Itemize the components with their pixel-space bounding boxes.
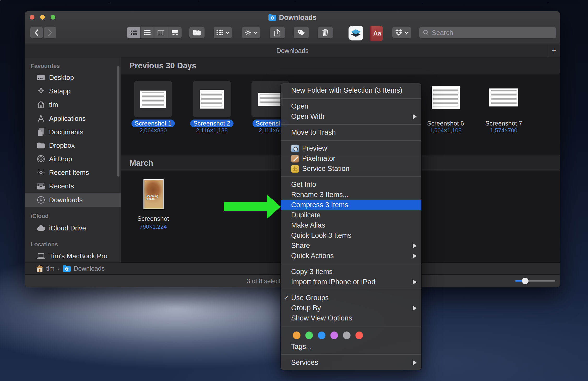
sidebar-item-applications[interactable]: Applications bbox=[25, 112, 121, 125]
column-view-button[interactable] bbox=[154, 27, 168, 38]
sidebar-item-icloud-drive[interactable]: iCloud Drive bbox=[25, 221, 121, 235]
view-switcher bbox=[127, 27, 182, 38]
menu-separator bbox=[281, 290, 421, 290]
file-dims-screenshot-1: 2,064×830 bbox=[124, 127, 182, 134]
slider-knob[interactable] bbox=[522, 278, 529, 284]
sidebar-item-recent-items[interactable]: Recent Items bbox=[25, 166, 121, 179]
sidebar-item-label: Desktop bbox=[49, 74, 74, 82]
window-title-area: Downloads bbox=[25, 13, 560, 22]
sidebar-item-downloads[interactable]: Downloads bbox=[25, 193, 121, 207]
file-dims-screenshot-7: 1,574×700 bbox=[475, 127, 532, 134]
breadcrumb-label: tim bbox=[46, 265, 55, 272]
cloud-icon bbox=[37, 224, 45, 233]
breadcrumb-home[interactable]: tim bbox=[36, 265, 55, 272]
forward-button[interactable] bbox=[44, 27, 56, 38]
file-label-screenshot-march[interactable]: Screenshot bbox=[124, 215, 182, 223]
sidebar-item-setapp[interactable]: Setapp bbox=[25, 84, 121, 98]
sidebar-item-documents[interactable]: Documents bbox=[25, 125, 121, 139]
file-screenshot-2[interactable] bbox=[193, 81, 231, 117]
menu-separator bbox=[281, 124, 421, 125]
menu-item-new-folder-with-selection[interactable]: New Folder with Selection (3 Items) bbox=[281, 85, 421, 96]
sidebar-item-airdrop[interactable]: AirDrop bbox=[25, 152, 121, 166]
menu-item-move-to-trash[interactable]: Move to Trash bbox=[281, 127, 421, 138]
sidebar-header-favourites: Favourites bbox=[31, 62, 60, 70]
menu-item-preview[interactable]: Preview bbox=[281, 143, 421, 153]
menu-item-import-from-iphone-or-ipad[interactable]: Import from iPhone or iPad bbox=[281, 277, 421, 287]
file-label-screenshot-1[interactable]: Screenshot 1 bbox=[124, 120, 182, 127]
pixelmator-app-icon bbox=[291, 155, 299, 163]
tag-red[interactable] bbox=[355, 331, 363, 339]
chevron-down-icon bbox=[226, 32, 229, 34]
sidebar-item-label: Downloads bbox=[49, 196, 83, 204]
new-tab-button[interactable]: + bbox=[548, 44, 560, 57]
book-cover-title: Becoming Human bbox=[146, 195, 161, 200]
menu-item-compress-3-items[interactable]: Compress 3 Items bbox=[281, 200, 421, 210]
back-button[interactable] bbox=[30, 27, 43, 38]
dictionary-app-icon[interactable]: Aa bbox=[370, 26, 383, 41]
sidebar-scrollbar[interactable] bbox=[117, 66, 119, 177]
menu-item-copy-3-items[interactable]: Copy 3 Items bbox=[281, 267, 421, 277]
menu-item-share[interactable]: Share bbox=[281, 241, 421, 251]
menu-item-open[interactable]: Open bbox=[281, 101, 421, 111]
recents-tray-icon bbox=[37, 182, 45, 190]
gallery-view-button[interactable] bbox=[168, 27, 182, 38]
tag-orange[interactable] bbox=[293, 331, 301, 339]
icon-size-slider[interactable] bbox=[515, 280, 555, 282]
sidebar-item-label: Documents bbox=[49, 128, 83, 136]
tab-downloads[interactable]: Downloads bbox=[276, 47, 309, 55]
file-screenshot-1[interactable] bbox=[134, 81, 172, 117]
menu-item-tags[interactable]: Tags... bbox=[281, 342, 421, 352]
action-gear-button[interactable] bbox=[242, 27, 260, 38]
annotation-arrow bbox=[224, 195, 281, 219]
trash-button[interactable] bbox=[318, 27, 333, 38]
service-station-menu-icon bbox=[291, 165, 299, 173]
share-button[interactable] bbox=[270, 27, 285, 38]
airdrop-icon bbox=[37, 154, 45, 163]
menu-item-open-with[interactable]: Open With bbox=[281, 111, 421, 122]
menu-separator bbox=[281, 98, 421, 99]
sidebar-item-recents[interactable]: Recents bbox=[25, 179, 121, 193]
file-screenshot-march[interactable]: Becoming Human bbox=[143, 179, 164, 209]
tag-purple[interactable] bbox=[330, 331, 338, 339]
search-field[interactable] bbox=[419, 27, 556, 38]
file-thumbnail: Becoming Human bbox=[144, 180, 163, 209]
menu-item-show-view-options[interactable]: Show View Options bbox=[281, 313, 421, 323]
dropbox-toolbar-button[interactable] bbox=[392, 27, 411, 38]
sidebar-item-macbook-pro[interactable]: Tim's MacBook Pro bbox=[25, 249, 121, 263]
sidebar-item-home-tim[interactable]: tim bbox=[25, 98, 121, 111]
sidebar-item-dropbox-folder[interactable]: Dropbox bbox=[25, 139, 121, 152]
menu-item-pixelmator[interactable]: Pixelmator bbox=[281, 153, 421, 164]
menu-item-quick-look-3-items[interactable]: Quick Look 3 Items bbox=[281, 230, 421, 241]
sidebar-item-label: AirDrop bbox=[49, 155, 72, 163]
file-screenshot-7[interactable] bbox=[489, 88, 518, 106]
new-folder-button[interactable] bbox=[189, 27, 205, 38]
menu-item-group-by[interactable]: Group By bbox=[281, 303, 421, 313]
menu-item-rename-3-items[interactable]: Rename 3 Items... bbox=[281, 190, 421, 200]
tag-blue[interactable] bbox=[318, 331, 326, 339]
file-label-screenshot-7[interactable]: Screenshot 7 bbox=[475, 120, 532, 127]
menu-item-duplicate[interactable]: Duplicate bbox=[281, 210, 421, 220]
tag-button[interactable] bbox=[294, 27, 309, 38]
file-label-screenshot-2[interactable]: Screenshot 2 bbox=[183, 120, 241, 127]
file-screenshot-6[interactable] bbox=[432, 86, 460, 109]
file-thumbnail bbox=[140, 91, 166, 108]
menu-item-make-alias[interactable]: Make Alias bbox=[281, 220, 421, 230]
submenu-arrow-icon bbox=[413, 306, 417, 311]
sidebar-item-desktop[interactable]: Desktop bbox=[25, 71, 121, 84]
tag-gray[interactable] bbox=[343, 331, 351, 339]
file-label-screenshot-6[interactable]: Screenshot 6 bbox=[417, 120, 474, 127]
menu-item-quick-actions[interactable]: Quick Actions bbox=[281, 251, 421, 261]
menu-item-get-info[interactable]: Get Info bbox=[281, 180, 421, 190]
list-view-button[interactable] bbox=[141, 27, 154, 38]
chevron-down-icon bbox=[405, 32, 408, 34]
icon-view-button[interactable] bbox=[127, 27, 141, 38]
menu-item-services[interactable]: Services bbox=[281, 358, 421, 368]
tag-green[interactable] bbox=[305, 331, 313, 339]
submenu-arrow-icon bbox=[413, 243, 417, 248]
group-by-button[interactable] bbox=[214, 27, 232, 38]
menu-item-service-station[interactable]: Service Station bbox=[281, 164, 421, 174]
search-input[interactable] bbox=[432, 29, 553, 37]
breadcrumb-downloads[interactable]: Downloads bbox=[63, 265, 105, 272]
service-station-app-icon[interactable] bbox=[349, 26, 363, 40]
menu-item-use-groups[interactable]: ✓Use Groups bbox=[281, 293, 421, 303]
